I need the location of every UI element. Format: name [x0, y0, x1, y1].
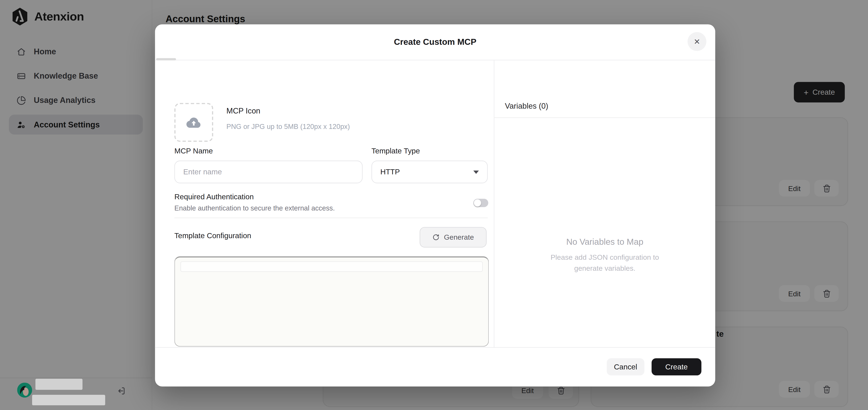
- required-auth-description: Enable authentication to secure the exte…: [174, 204, 335, 212]
- dialog-title: Create Custom MCP: [155, 37, 715, 47]
- dialog-body: MCP Icon PNG or JPG up to 5MB (120px x 1…: [155, 60, 715, 348]
- mcp-name-input[interactable]: [175, 161, 362, 183]
- user-avatar[interactable]: [17, 382, 32, 398]
- variables-header: Variables (0): [505, 101, 548, 110]
- user-email-redacted: [32, 395, 105, 405]
- dialog-header: Create Custom MCP ✕: [155, 24, 715, 60]
- template-config-label: Template Configuration: [174, 231, 251, 240]
- empty-state-title: No Variables to Map: [494, 237, 715, 247]
- chevron-down-icon: [473, 170, 479, 174]
- section-divider: [174, 218, 488, 218]
- template-config-textarea[interactable]: [174, 256, 489, 347]
- toggle-knob: [474, 199, 481, 207]
- cancel-button[interactable]: Cancel: [607, 358, 645, 375]
- user-name-redacted: [35, 379, 83, 390]
- variables-pane: Variables (0) No Variables to Map Please…: [494, 60, 715, 348]
- template-type-value: HTTP: [380, 168, 400, 176]
- confirm-create-button[interactable]: Create: [652, 358, 702, 375]
- variables-divider: [494, 117, 715, 118]
- dialog-footer: Cancel Create: [155, 347, 715, 386]
- mcp-name-label: MCP Name: [174, 147, 213, 155]
- upload-title: MCP Icon: [226, 106, 260, 115]
- close-button[interactable]: ✕: [687, 32, 706, 51]
- template-type-select[interactable]: HTTP: [371, 161, 488, 183]
- logout-icon[interactable]: [116, 386, 126, 396]
- upload-hint: PNG or JPG up to 5MB (120px x 120px): [226, 123, 350, 131]
- mcp-icon-upload[interactable]: [174, 103, 213, 141]
- cloud-upload-icon: [185, 115, 203, 130]
- template-type-label: Template Type: [371, 147, 420, 155]
- mcp-form-pane: MCP Icon PNG or JPG up to 5MB (120px x 1…: [155, 60, 494, 348]
- variables-empty-state: No Variables to Map Please add JSON conf…: [494, 237, 715, 274]
- close-icon: ✕: [694, 37, 700, 46]
- create-custom-mcp-dialog: Create Custom MCP ✕ MCP Icon PNG: [155, 24, 715, 386]
- empty-state-description: generate variables.: [494, 263, 715, 274]
- required-auth-toggle[interactable]: [473, 199, 488, 207]
- app-root: Atenxion Home Knowledge Base: [0, 0, 868, 410]
- required-auth-label: Required Authentication: [174, 193, 254, 201]
- generate-button[interactable]: Generate: [420, 227, 487, 248]
- textarea-first-line: [181, 261, 483, 272]
- refresh-icon: [432, 234, 439, 241]
- empty-state-description: Please add JSON configuration to: [494, 252, 715, 263]
- mcp-name-field-wrap: [174, 161, 363, 183]
